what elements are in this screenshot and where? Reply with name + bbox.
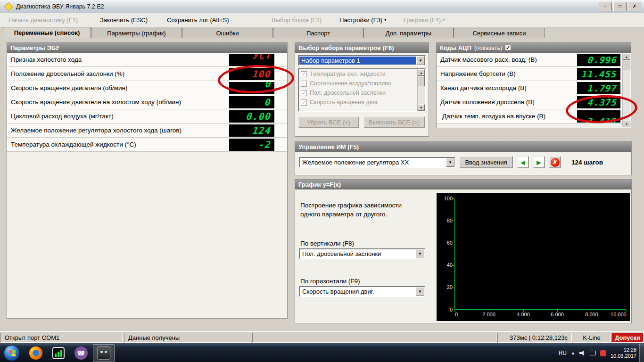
cancel-button[interactable]: ✗	[549, 156, 561, 168]
param-label: Желаемое положение регулятора холостого …	[11, 127, 182, 134]
list-item[interactable]: ✓ Скорость вращения двиг.	[299, 98, 425, 107]
checkbox-checked-icon: ✓	[301, 90, 307, 96]
signal-bars-icon	[52, 347, 65, 359]
param-value-display: 0	[229, 96, 274, 108]
enter-value-button[interactable]: Ввод значения	[459, 156, 513, 168]
increase-arrow-icon[interactable]: ▶	[533, 156, 545, 168]
x-tick-label: 10 000	[611, 312, 627, 317]
windows-taskbar: ☎ RU ▲ 12:28 10.03.2017	[0, 343, 644, 362]
adc-label: Датчик темп. воздуха на впуске (В)	[440, 113, 545, 120]
tab-variables-list[interactable]: Переменные (список)	[3, 27, 91, 38]
status-dopuski[interactable]: Допуски	[611, 333, 644, 343]
decrease-arrow-icon[interactable]: ◀	[517, 156, 529, 168]
scroll-down-icon[interactable]: ▼	[623, 121, 630, 127]
taskbar-diagnostics-app[interactable]	[93, 344, 115, 362]
adc-label: Канал датчика кислорода (В)	[440, 84, 527, 91]
menu-bar: Начать диагностику (F1) Закончить (ESC) …	[0, 13, 644, 27]
tab-parameters-graph[interactable]: Параметры (график)	[91, 28, 182, 38]
start-button[interactable]	[4, 345, 20, 361]
status-port: Открыт порт COM1	[0, 333, 123, 343]
adc-row: Канал датчика кислорода (В) 1.797	[437, 81, 631, 95]
param-label: Цикловой расход воздуха (мг/такт)	[11, 113, 114, 120]
adc-value-display: 0.996	[577, 54, 620, 66]
network-icon[interactable]	[590, 351, 596, 355]
show-desktop-button[interactable]	[639, 344, 644, 362]
menu-graphs[interactable]: Графики (F4)▾	[404, 13, 445, 27]
x-tick-label: 8 000	[585, 312, 598, 317]
list-item[interactable]: ✓ Пол. дроссельной заслонки	[299, 88, 425, 98]
titlebar: Диагностика ЭБУ Январь 7.2 Е2 – □ ✗	[0, 0, 644, 13]
scroll-up-icon[interactable]: ▲	[418, 69, 425, 76]
menu-start-diagnostics[interactable]: Начать диагностику (F1)	[8, 13, 78, 27]
menu-settings[interactable]: Настройки (F3)▾	[339, 13, 386, 27]
combo-arrow-icon[interactable]: ▼	[446, 158, 454, 167]
param-value-display: УСТ	[229, 54, 274, 66]
status-kline: K-Line	[573, 333, 611, 343]
combo-arrow-icon[interactable]: ▼	[416, 287, 424, 296]
menu-save-log[interactable]: Сохранить лог (Alt+S)	[167, 13, 229, 27]
horizontal-axis-combo[interactable]: Скорость вращения двиг. ▼	[299, 286, 425, 297]
close-icon[interactable]: ✗	[628, 2, 641, 11]
steps-value: 124 шагов	[571, 159, 603, 166]
tab-extra-params[interactable]: Доп. параметры	[363, 28, 454, 38]
tray-expand-icon[interactable]: ▲	[571, 351, 575, 355]
adc-show-label: (показать)	[474, 45, 502, 51]
param-row: Цикловой расход воздуха (мг/такт) 0.00	[7, 109, 287, 123]
add-all-button[interactable]: Включить ВСЕ (>)	[363, 116, 425, 128]
listbox-scrollbar[interactable]: ▲ ▼	[417, 69, 425, 111]
parameter-set-combo[interactable]: Набор параметров 1 ▼	[298, 55, 426, 66]
firefox-icon	[29, 346, 42, 360]
graph-panel: График y=F(x) Построение графика зависим…	[295, 179, 632, 323]
taskbar-firefox[interactable]	[25, 344, 47, 362]
scroll-up-icon[interactable]: ▲	[623, 53, 630, 60]
tab-errors[interactable]: Ошибки	[182, 28, 273, 38]
vertical-axis-combo[interactable]: Пол. дроссельной заслонки ▼	[299, 248, 425, 259]
taskbar-clock[interactable]: 12:28 10.03.2017	[611, 347, 636, 359]
menu-finish[interactable]: Закончить (ESC)	[100, 13, 148, 27]
adc-label: Датчик массового расх. возд. (В)	[440, 56, 537, 63]
param-label: Скорость вращения двигателя на холостом …	[11, 99, 181, 106]
status-bar: Открыт порт COM1 Данные получены 373мс |…	[0, 331, 644, 344]
window-controls: – □ ✗	[599, 2, 641, 11]
im-parameter-combo[interactable]: Желаемое положение регулятора ХХ ▼	[299, 157, 455, 168]
parameter-set-header: Выбор набора параметров (F6)	[295, 43, 429, 53]
system-tray: RU ▲ 12:28 10.03.2017	[559, 344, 636, 362]
y-tick-label: 60	[438, 240, 453, 246]
list-item[interactable]: ✓ Температура охл. жидкости	[299, 69, 425, 79]
x-tick-label: 6 000	[551, 312, 564, 317]
param-row: Признак холостого хода УСТ	[7, 53, 287, 67]
combo-arrow-icon[interactable]: ▼	[416, 249, 424, 258]
list-item[interactable]: Соотношение воздух/топливо	[299, 79, 425, 88]
scrollbar-thumb[interactable]	[418, 76, 425, 86]
checkbox-unchecked-icon	[301, 81, 307, 87]
y-tick-label: 40	[438, 262, 453, 268]
tab-passport[interactable]: Паспорт	[273, 28, 363, 38]
adc-row: Напряжение бортсети (В) 11.455	[437, 67, 631, 81]
scrollbar-thumb[interactable]	[623, 60, 630, 70]
tray-red-icon[interactable]	[600, 350, 606, 356]
ecu-parameters-header: Параметры ЭБУ	[7, 43, 287, 53]
adc-row: Датчик массового расх. возд. (В) 0.996	[437, 53, 631, 67]
param-label: Скорость вращения двигателя (об/мин)	[11, 84, 127, 91]
graph-header: График y=F(x)	[295, 180, 631, 189]
language-indicator[interactable]: RU	[559, 350, 567, 356]
minimize-icon[interactable]: –	[599, 2, 612, 11]
checkbox-checked-icon: ✓	[301, 71, 307, 77]
menu-block-select[interactable]: Выбор блока (F2)	[272, 13, 322, 27]
param-label: Положение дроссельной заслонки (%)	[11, 70, 124, 77]
taskbar-viber[interactable]: ☎	[70, 344, 92, 362]
maximize-icon[interactable]: □	[613, 2, 627, 11]
volume-icon[interactable]	[579, 351, 586, 356]
im-control-header: Управление ИМ (F5)	[295, 142, 631, 152]
param-row: Скорость вращения двигателя на холостом …	[7, 95, 287, 109]
combo-arrow-icon[interactable]: ▼	[416, 56, 425, 65]
status-empty	[252, 333, 496, 343]
scroll-down-icon[interactable]: ▼	[418, 104, 425, 111]
adc-show-checkbox[interactable]: ✓	[505, 45, 511, 51]
tab-service-records[interactable]: Сервисные записи	[454, 28, 545, 38]
remove-all-button[interactable]: Убрать ВСЕ (<)	[298, 116, 359, 128]
cancel-icon: ✗	[551, 158, 560, 167]
parameter-checkbox-list: ✓ Температура охл. жидкости Соотношение …	[298, 68, 426, 112]
x-axis	[454, 309, 626, 310]
taskbar-signal-app[interactable]	[48, 344, 69, 362]
